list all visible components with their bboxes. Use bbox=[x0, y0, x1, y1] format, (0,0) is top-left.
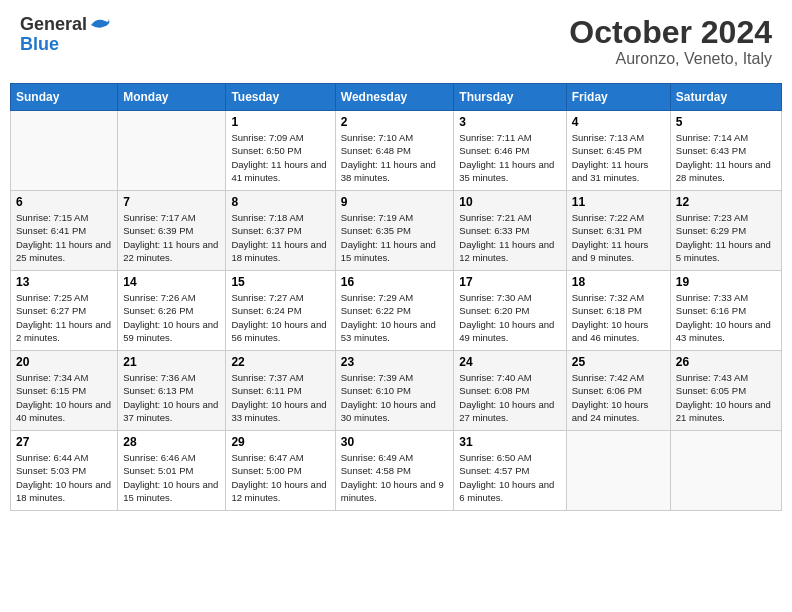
calendar-cell: 27Sunrise: 6:44 AM Sunset: 5:03 PM Dayli… bbox=[11, 431, 118, 511]
day-number: 20 bbox=[16, 355, 112, 369]
calendar-cell: 26Sunrise: 7:43 AM Sunset: 6:05 PM Dayli… bbox=[670, 351, 781, 431]
calendar-cell: 9Sunrise: 7:19 AM Sunset: 6:35 PM Daylig… bbox=[335, 191, 454, 271]
calendar-cell: 24Sunrise: 7:40 AM Sunset: 6:08 PM Dayli… bbox=[454, 351, 566, 431]
calendar-cell: 11Sunrise: 7:22 AM Sunset: 6:31 PM Dayli… bbox=[566, 191, 670, 271]
calendar-cell: 12Sunrise: 7:23 AM Sunset: 6:29 PM Dayli… bbox=[670, 191, 781, 271]
calendar-cell: 3Sunrise: 7:11 AM Sunset: 6:46 PM Daylig… bbox=[454, 111, 566, 191]
cell-info: Sunrise: 7:30 AM Sunset: 6:20 PM Dayligh… bbox=[459, 291, 560, 344]
calendar-cell: 6Sunrise: 7:15 AM Sunset: 6:41 PM Daylig… bbox=[11, 191, 118, 271]
day-header-friday: Friday bbox=[566, 84, 670, 111]
calendar-cell: 17Sunrise: 7:30 AM Sunset: 6:20 PM Dayli… bbox=[454, 271, 566, 351]
cell-info: Sunrise: 7:33 AM Sunset: 6:16 PM Dayligh… bbox=[676, 291, 776, 344]
day-number: 10 bbox=[459, 195, 560, 209]
calendar-cell: 5Sunrise: 7:14 AM Sunset: 6:43 PM Daylig… bbox=[670, 111, 781, 191]
cell-info: Sunrise: 7:09 AM Sunset: 6:50 PM Dayligh… bbox=[231, 131, 329, 184]
day-number: 24 bbox=[459, 355, 560, 369]
calendar-cell: 1Sunrise: 7:09 AM Sunset: 6:50 PM Daylig… bbox=[226, 111, 335, 191]
day-number: 7 bbox=[123, 195, 220, 209]
calendar-subtitle: Auronzo, Veneto, Italy bbox=[569, 50, 772, 68]
cell-info: Sunrise: 7:43 AM Sunset: 6:05 PM Dayligh… bbox=[676, 371, 776, 424]
calendar-cell: 14Sunrise: 7:26 AM Sunset: 6:26 PM Dayli… bbox=[118, 271, 226, 351]
day-number: 17 bbox=[459, 275, 560, 289]
day-number: 19 bbox=[676, 275, 776, 289]
cell-info: Sunrise: 7:36 AM Sunset: 6:13 PM Dayligh… bbox=[123, 371, 220, 424]
week-row-2: 6Sunrise: 7:15 AM Sunset: 6:41 PM Daylig… bbox=[11, 191, 782, 271]
day-header-thursday: Thursday bbox=[454, 84, 566, 111]
day-number: 30 bbox=[341, 435, 449, 449]
day-number: 11 bbox=[572, 195, 665, 209]
days-header-row: SundayMondayTuesdayWednesdayThursdayFrid… bbox=[11, 84, 782, 111]
day-number: 21 bbox=[123, 355, 220, 369]
day-header-monday: Monday bbox=[118, 84, 226, 111]
cell-info: Sunrise: 7:27 AM Sunset: 6:24 PM Dayligh… bbox=[231, 291, 329, 344]
calendar-cell: 7Sunrise: 7:17 AM Sunset: 6:39 PM Daylig… bbox=[118, 191, 226, 271]
logo: General Blue bbox=[20, 15, 111, 55]
cell-info: Sunrise: 7:18 AM Sunset: 6:37 PM Dayligh… bbox=[231, 211, 329, 264]
day-number: 27 bbox=[16, 435, 112, 449]
cell-info: Sunrise: 7:19 AM Sunset: 6:35 PM Dayligh… bbox=[341, 211, 449, 264]
day-header-tuesday: Tuesday bbox=[226, 84, 335, 111]
cell-info: Sunrise: 6:44 AM Sunset: 5:03 PM Dayligh… bbox=[16, 451, 112, 504]
cell-info: Sunrise: 6:47 AM Sunset: 5:00 PM Dayligh… bbox=[231, 451, 329, 504]
calendar-cell: 15Sunrise: 7:27 AM Sunset: 6:24 PM Dayli… bbox=[226, 271, 335, 351]
day-number: 12 bbox=[676, 195, 776, 209]
cell-info: Sunrise: 7:26 AM Sunset: 6:26 PM Dayligh… bbox=[123, 291, 220, 344]
calendar-cell: 16Sunrise: 7:29 AM Sunset: 6:22 PM Dayli… bbox=[335, 271, 454, 351]
day-header-saturday: Saturday bbox=[670, 84, 781, 111]
cell-info: Sunrise: 7:22 AM Sunset: 6:31 PM Dayligh… bbox=[572, 211, 665, 264]
day-header-wednesday: Wednesday bbox=[335, 84, 454, 111]
day-number: 23 bbox=[341, 355, 449, 369]
day-number: 15 bbox=[231, 275, 329, 289]
cell-info: Sunrise: 7:11 AM Sunset: 6:46 PM Dayligh… bbox=[459, 131, 560, 184]
day-number: 9 bbox=[341, 195, 449, 209]
week-row-1: 1Sunrise: 7:09 AM Sunset: 6:50 PM Daylig… bbox=[11, 111, 782, 191]
day-header-sunday: Sunday bbox=[11, 84, 118, 111]
cell-info: Sunrise: 7:25 AM Sunset: 6:27 PM Dayligh… bbox=[16, 291, 112, 344]
calendar-cell: 8Sunrise: 7:18 AM Sunset: 6:37 PM Daylig… bbox=[226, 191, 335, 271]
day-number: 5 bbox=[676, 115, 776, 129]
calendar-cell: 28Sunrise: 6:46 AM Sunset: 5:01 PM Dayli… bbox=[118, 431, 226, 511]
cell-info: Sunrise: 7:42 AM Sunset: 6:06 PM Dayligh… bbox=[572, 371, 665, 424]
calendar-table: SundayMondayTuesdayWednesdayThursdayFrid… bbox=[10, 83, 782, 511]
cell-info: Sunrise: 7:40 AM Sunset: 6:08 PM Dayligh… bbox=[459, 371, 560, 424]
calendar-cell: 22Sunrise: 7:37 AM Sunset: 6:11 PM Dayli… bbox=[226, 351, 335, 431]
day-number: 16 bbox=[341, 275, 449, 289]
calendar-title: October 2024 bbox=[569, 15, 772, 50]
logo-bird-icon bbox=[89, 17, 111, 33]
day-number: 1 bbox=[231, 115, 329, 129]
calendar-cell bbox=[118, 111, 226, 191]
day-number: 29 bbox=[231, 435, 329, 449]
day-number: 4 bbox=[572, 115, 665, 129]
cell-info: Sunrise: 7:37 AM Sunset: 6:11 PM Dayligh… bbox=[231, 371, 329, 424]
calendar-cell bbox=[670, 431, 781, 511]
calendar-cell bbox=[11, 111, 118, 191]
day-number: 13 bbox=[16, 275, 112, 289]
calendar-cell: 30Sunrise: 6:49 AM Sunset: 4:58 PM Dayli… bbox=[335, 431, 454, 511]
logo-text-blue: Blue bbox=[20, 35, 111, 55]
day-number: 8 bbox=[231, 195, 329, 209]
calendar-cell: 19Sunrise: 7:33 AM Sunset: 6:16 PM Dayli… bbox=[670, 271, 781, 351]
week-row-5: 27Sunrise: 6:44 AM Sunset: 5:03 PM Dayli… bbox=[11, 431, 782, 511]
calendar-cell: 25Sunrise: 7:42 AM Sunset: 6:06 PM Dayli… bbox=[566, 351, 670, 431]
calendar-cell bbox=[566, 431, 670, 511]
cell-info: Sunrise: 6:49 AM Sunset: 4:58 PM Dayligh… bbox=[341, 451, 449, 504]
cell-info: Sunrise: 7:10 AM Sunset: 6:48 PM Dayligh… bbox=[341, 131, 449, 184]
day-number: 6 bbox=[16, 195, 112, 209]
calendar-cell: 18Sunrise: 7:32 AM Sunset: 6:18 PM Dayli… bbox=[566, 271, 670, 351]
calendar-cell: 13Sunrise: 7:25 AM Sunset: 6:27 PM Dayli… bbox=[11, 271, 118, 351]
day-number: 26 bbox=[676, 355, 776, 369]
day-number: 3 bbox=[459, 115, 560, 129]
day-number: 22 bbox=[231, 355, 329, 369]
cell-info: Sunrise: 7:21 AM Sunset: 6:33 PM Dayligh… bbox=[459, 211, 560, 264]
calendar-cell: 31Sunrise: 6:50 AM Sunset: 4:57 PM Dayli… bbox=[454, 431, 566, 511]
day-number: 14 bbox=[123, 275, 220, 289]
cell-info: Sunrise: 7:14 AM Sunset: 6:43 PM Dayligh… bbox=[676, 131, 776, 184]
week-row-4: 20Sunrise: 7:34 AM Sunset: 6:15 PM Dayli… bbox=[11, 351, 782, 431]
cell-info: Sunrise: 7:15 AM Sunset: 6:41 PM Dayligh… bbox=[16, 211, 112, 264]
calendar-cell: 20Sunrise: 7:34 AM Sunset: 6:15 PM Dayli… bbox=[11, 351, 118, 431]
day-number: 18 bbox=[572, 275, 665, 289]
day-number: 25 bbox=[572, 355, 665, 369]
header: General Blue October 2024 Auronzo, Venet… bbox=[10, 10, 782, 73]
cell-info: Sunrise: 7:32 AM Sunset: 6:18 PM Dayligh… bbox=[572, 291, 665, 344]
cell-info: Sunrise: 7:23 AM Sunset: 6:29 PM Dayligh… bbox=[676, 211, 776, 264]
